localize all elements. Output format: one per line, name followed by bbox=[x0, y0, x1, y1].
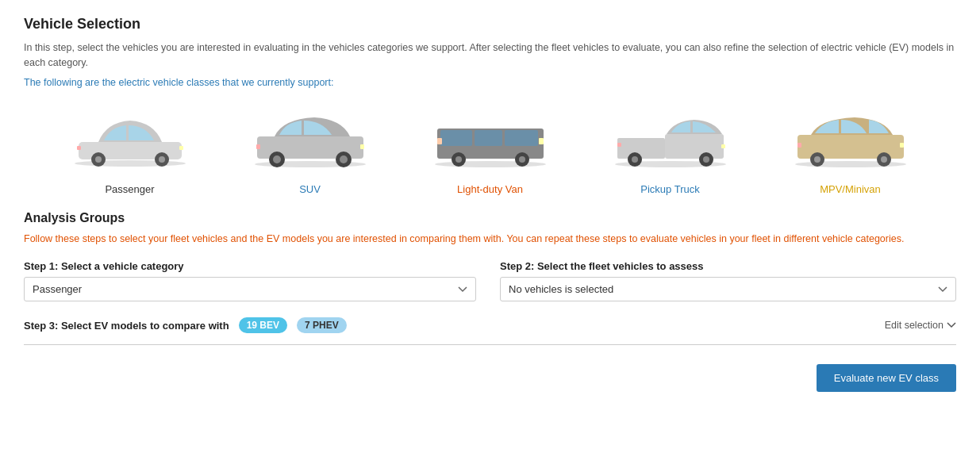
svg-point-26 bbox=[519, 156, 525, 163]
suv-label: SUV bbox=[299, 183, 321, 195]
passenger-icon bbox=[67, 102, 194, 174]
step1-group: Step 1: Select a vehicle category Passen… bbox=[24, 260, 476, 301]
svg-point-41 bbox=[881, 156, 887, 163]
step3-row: Step 3: Select EV models to compare with… bbox=[24, 317, 956, 345]
bev-badge: 19 BEV bbox=[239, 317, 287, 333]
mpv-icon bbox=[787, 102, 914, 174]
evaluate-new-ev-class-button[interactable]: Evaluate new EV class bbox=[817, 364, 956, 392]
passenger-label: Passenger bbox=[105, 183, 154, 195]
vehicle-class-van[interactable]: Light-duty Van bbox=[411, 102, 570, 195]
vehicle-classes-container: Passenger SUV bbox=[24, 102, 956, 195]
svg-rect-20 bbox=[505, 130, 538, 146]
svg-point-31 bbox=[632, 156, 638, 163]
step3-label: Step 3: Select EV models to compare with bbox=[24, 320, 229, 332]
svg-point-0 bbox=[75, 160, 186, 167]
svg-rect-28 bbox=[617, 138, 665, 159]
support-text: The following are the electric vehicle c… bbox=[24, 77, 956, 88]
step1-label: Step 1: Select a vehicle category bbox=[24, 260, 476, 272]
svg-rect-22 bbox=[437, 138, 442, 144]
analysis-groups-title: Analysis Groups bbox=[24, 211, 956, 225]
vehicle-class-passenger[interactable]: Passenger bbox=[51, 102, 209, 195]
svg-point-39 bbox=[814, 156, 821, 163]
edit-selection-button[interactable]: Edit selection bbox=[885, 320, 956, 331]
pickup-label: Pickup Truck bbox=[640, 183, 699, 195]
svg-point-24 bbox=[455, 156, 462, 163]
step2-group: Step 2: Select the fleet vehicles to ass… bbox=[500, 260, 956, 301]
analysis-desc: Follow these steps to select your fleet … bbox=[24, 232, 956, 247]
vehicle-class-mpv[interactable]: MPV/Minivan bbox=[771, 102, 930, 195]
vehicle-class-suv[interactable]: SUV bbox=[231, 102, 390, 195]
van-icon bbox=[427, 102, 554, 174]
svg-rect-21 bbox=[539, 138, 544, 144]
steps-row: Step 1: Select a vehicle category Passen… bbox=[24, 260, 956, 301]
svg-rect-6 bbox=[179, 146, 183, 150]
svg-point-33 bbox=[703, 156, 709, 163]
svg-point-3 bbox=[95, 156, 102, 163]
page-title: Vehicle Selection bbox=[24, 16, 956, 33]
step2-label: Step 2: Select the fleet vehicles to ass… bbox=[500, 260, 956, 272]
mpv-label: MPV/Minivan bbox=[820, 183, 881, 195]
svg-point-16 bbox=[435, 161, 546, 167]
pickup-icon bbox=[607, 102, 734, 174]
svg-rect-15 bbox=[256, 144, 260, 149]
intro-text: In this step, select the vehicles you ar… bbox=[24, 40, 956, 71]
svg-rect-35 bbox=[617, 143, 621, 147]
suv-icon bbox=[247, 102, 374, 174]
bottom-row: Evaluate new EV class bbox=[24, 359, 956, 392]
svg-point-13 bbox=[340, 155, 348, 163]
svg-rect-18 bbox=[440, 130, 472, 146]
phev-badge: 7 PHEV bbox=[297, 317, 347, 333]
van-label: Light-duty Van bbox=[457, 183, 523, 195]
svg-rect-42 bbox=[900, 143, 904, 148]
svg-rect-29 bbox=[665, 134, 724, 159]
vehicle-class-pickup[interactable]: Pickup Truck bbox=[591, 102, 750, 195]
svg-point-5 bbox=[159, 156, 165, 163]
svg-point-11 bbox=[273, 155, 281, 163]
svg-rect-14 bbox=[360, 144, 364, 149]
svg-rect-34 bbox=[721, 144, 725, 148]
step2-select[interactable]: No vehicles is selected bbox=[500, 277, 956, 301]
svg-rect-7 bbox=[77, 146, 81, 150]
svg-rect-19 bbox=[475, 130, 502, 146]
chevron-down-icon bbox=[947, 322, 956, 328]
svg-rect-43 bbox=[797, 143, 801, 148]
step1-select[interactable]: Passenger SUV Light-duty Van Pickup Truc… bbox=[24, 277, 476, 301]
